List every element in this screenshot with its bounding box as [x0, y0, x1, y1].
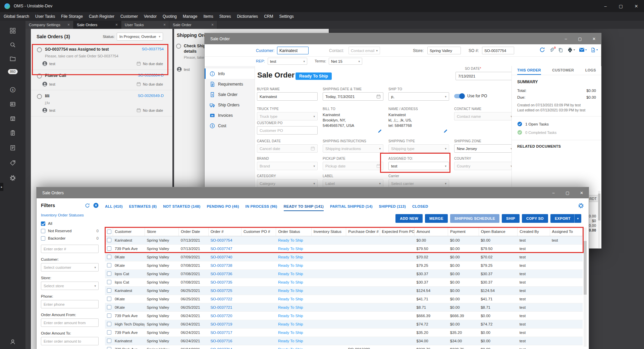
orders-tab-all-410[interactable]: ALL (410)	[105, 204, 123, 211]
so-nav-requirements[interactable]: Requirements	[205, 79, 255, 89]
table-row[interactable]: 0KateSpring Valley07/08/2021SO-0037738Re…	[105, 261, 583, 269]
row-checkbox[interactable]	[107, 246, 111, 251]
export-icon[interactable]: ▾	[591, 47, 598, 53]
scrollbar[interactable]	[584, 228, 587, 347]
settings-icon[interactable]	[10, 175, 16, 181]
amount-from-input[interactable]	[41, 318, 99, 327]
cell-order[interactable]: SO-0037725	[208, 286, 241, 295]
row-checkbox[interactable]	[107, 347, 111, 349]
task-card[interactable]: liliSO-0026549-Dj;lutestNo due date	[31, 90, 172, 116]
minimize-icon[interactable]: –	[559, 33, 573, 44]
column-header-order-date[interactable]: Order Date	[179, 228, 208, 236]
store-filter-dropdown[interactable]: Select store▾	[41, 282, 99, 290]
column-header-customer-po[interactable]: Customer PO #	[241, 228, 276, 236]
table-row[interactable]: 739 Park AveSpring Valley06/24/2021SO-00…	[105, 328, 583, 337]
orders-tab-pending-po-46[interactable]: PENDING PO (46)	[207, 204, 239, 211]
cancel-date-input[interactable]: Cancel date	[257, 144, 318, 153]
close-icon[interactable]: ✕	[629, 0, 644, 12]
maximize-icon[interactable]: ▢	[560, 187, 575, 198]
menu-item-file-storage[interactable]: File Storage	[58, 14, 86, 19]
tab-close-icon[interactable]: ×	[115, 22, 118, 27]
row-checkbox[interactable]	[107, 255, 111, 259]
orders-tab-shipped-113[interactable]: SHIPPED (113)	[379, 204, 406, 211]
shipping-datetime-input[interactable]: Today, 7/13/2021	[323, 92, 383, 101]
close-icon[interactable]: ✕	[587, 33, 601, 44]
file-storage-icon[interactable]	[10, 56, 16, 62]
workspace-tab-user-tasks[interactable]: User Tasks×	[121, 21, 169, 29]
menu-item-cash-register[interactable]: Cash Register	[86, 14, 117, 19]
column-header-order[interactable]: Order #	[208, 228, 241, 236]
user-tasks-icon[interactable]	[10, 130, 16, 136]
row-checkbox[interactable]	[107, 330, 111, 335]
tab-close-icon[interactable]: ×	[67, 22, 70, 27]
cell-order[interactable]: SO-0037714	[208, 345, 241, 349]
table-row[interactable]: 739 Park AveSpring Valley06/24/2021SO-00…	[105, 345, 583, 349]
edit-icon[interactable]	[378, 129, 382, 133]
cell-order-status[interactable]: Ready To Ship	[276, 278, 311, 286]
menu-item-quoting[interactable]: Quoting	[160, 14, 180, 19]
search-icon[interactable]	[10, 42, 16, 48]
table-row[interactable]: 0KateSpring Valley07/09/2021SO-0037740Re…	[105, 253, 583, 261]
orders-tab-estimates-8[interactable]: ESTIMATES (8)	[129, 204, 157, 211]
row-checkbox[interactable]	[107, 280, 111, 284]
customer-filter-dropdown[interactable]: Select customer▾	[41, 263, 99, 271]
cell-order-status[interactable]: Ready To Ship	[276, 320, 311, 328]
rep-dropdown[interactable]: test▾	[268, 58, 307, 65]
country-dropdown[interactable]: Country▾	[454, 162, 515, 170]
cell-order[interactable]: SO-0037722	[208, 295, 241, 303]
row-checkbox[interactable]	[107, 313, 111, 318]
table-row[interactable]: KarinatestSpring Valley06/25/2021SO-0037…	[105, 286, 583, 295]
panel-expander[interactable]: ▸	[0, 183, 3, 191]
edit-icon[interactable]	[443, 129, 448, 133]
email-icon[interactable]: ▾	[579, 47, 587, 52]
label-dropdown[interactable]: Label▾	[323, 179, 383, 188]
so-nav-info[interactable]: Info	[205, 68, 255, 79]
column-header-order-status[interactable]: Order Status	[276, 228, 311, 236]
cell-order[interactable]: SO-0037747	[208, 244, 241, 253]
tab-customer[interactable]: CUSTOMER	[552, 68, 574, 75]
menu-item-settings[interactable]: Settings	[276, 14, 297, 19]
cell-order[interactable]: SO-0037754	[208, 236, 241, 244]
row-checkbox[interactable]	[107, 288, 111, 293]
cell-order[interactable]: SO-0037736	[208, 269, 241, 278]
maximize-icon[interactable]: ▢	[573, 33, 587, 44]
cell-order-status[interactable]: Ready To Ship	[276, 236, 311, 244]
table-row[interactable]: KarinatestSpring Valley07/13/2021SO-0037…	[105, 236, 583, 244]
close-icon[interactable]: ✕	[575, 187, 589, 198]
workspace-tab-sale-order[interactable]: Sale Order×	[169, 21, 217, 29]
customer-input[interactable]	[277, 47, 309, 54]
cell-order-status[interactable]: Ready To Ship	[276, 311, 311, 320]
dialog-titlebar[interactable]: Sale Order – ▢ ✕	[205, 33, 601, 44]
cell-order[interactable]: SO-0037719	[208, 320, 241, 328]
dialog-titlebar[interactable]: Sale Orders – ▢ ✕	[37, 187, 589, 198]
shipping-instructions-dropdown[interactable]: Shipping instructions▾	[323, 144, 383, 153]
task-radio[interactable]	[37, 73, 42, 79]
refresh-icon[interactable]	[85, 203, 90, 208]
phone-input[interactable]	[41, 300, 99, 308]
so-nav-invoices[interactable]: INInvoices	[205, 110, 255, 120]
orders-tab-closed[interactable]: CLOSED	[412, 204, 428, 211]
column-header-amount[interactable]: Amount	[414, 228, 448, 236]
orders-tab-ready-to-ship-141[interactable]: READY TO SHIP (141)	[284, 204, 324, 211]
copy-icon[interactable]	[558, 47, 563, 53]
print-icon[interactable]: ▾	[567, 47, 575, 53]
cell-order[interactable]: SO-0037720	[208, 311, 241, 320]
menu-item-stores[interactable]: Stores	[216, 14, 234, 19]
table-row[interactable]: 739 Park AveSpring Valley06/24/2021SO-00…	[105, 311, 583, 320]
table-row[interactable]: High Tech DisplaySpring Valley06/24/2021…	[105, 320, 583, 328]
order-number-input[interactable]	[41, 245, 99, 253]
task-radio[interactable]	[176, 44, 181, 49]
amount-to-input[interactable]	[41, 337, 99, 345]
tab-close-icon[interactable]: ×	[211, 22, 214, 27]
minimize-icon[interactable]: –	[546, 187, 560, 198]
ship-to-dropdown[interactable]: p,▾	[388, 92, 449, 101]
menu-item-global-search[interactable]: Global Search	[1, 14, 32, 19]
customer-po-input[interactable]: Customer PO	[257, 126, 318, 135]
chevron-down-icon[interactable]: ▾	[574, 48, 575, 51]
gear-icon[interactable]	[578, 203, 584, 209]
toggle-switch[interactable]	[454, 94, 464, 98]
column-header-expected-from-po[interactable]: Expected From PO	[380, 228, 414, 236]
scrollbar[interactable]	[598, 191, 600, 248]
cell-order[interactable]: SO-0037738	[208, 261, 241, 269]
truck-type-dropdown[interactable]: Truck type▾	[257, 112, 318, 120]
